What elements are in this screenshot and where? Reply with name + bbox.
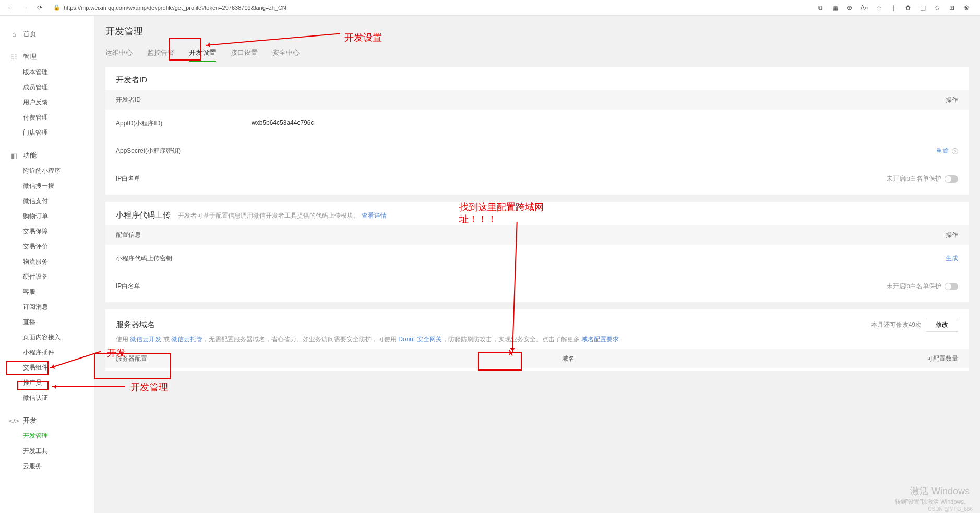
upload-key-label: 小程序代码上传密钥	[116, 254, 252, 263]
sidebar-item-subscribe[interactable]: 订阅消息	[0, 300, 94, 315]
appid-value: wxb5b64c53a44c796c	[252, 119, 864, 128]
sidebar-header-manage[interactable]: ☷ 管理	[0, 49, 94, 65]
row-appsecret: AppSecret(小程序密钥) 重置 ?	[105, 137, 969, 165]
sidebar-item-store[interactable]: 门店管理	[0, 125, 94, 140]
card-title: 开发者ID	[105, 67, 969, 90]
refresh-button[interactable]: ⟳	[34, 3, 45, 13]
cloud-dev-link[interactable]: 微信云开发	[130, 336, 161, 343]
domain-head: 服务器域名 本月还可修改49次 修改	[105, 309, 969, 335]
windows-watermark-sub: 转到"设置"以激活 Windows。	[895, 498, 970, 506]
generate-link[interactable]: 生成	[946, 254, 958, 263]
ipwhite-status: 未开启ip白名单保护	[887, 174, 941, 183]
main-content: 开发管理 运维中心 监控告警 开发设置 接口设置 安全中心 开发者ID 开发者I…	[94, 16, 980, 513]
read-aloud-icon[interactable]: A»	[860, 4, 868, 12]
sidebar-label: 开发	[23, 416, 37, 425]
ipwhite-toggle[interactable]	[945, 283, 958, 290]
col-count-label: 可配置数量	[885, 354, 958, 363]
appsecret-label: AppSecret(小程序密钥)	[116, 147, 252, 156]
card-developer-id: 开发者ID 开发者ID 操作 AppID(小程序ID) wxb5b64c53a4…	[105, 67, 969, 195]
sidebar-item-service[interactable]: 客服	[0, 284, 94, 300]
sidebar-item-page-access[interactable]: 页面内容接入	[0, 330, 94, 345]
col-action-label: 操作	[885, 96, 958, 104]
app-icon[interactable]: ❀	[962, 4, 971, 12]
sidebar-item-trade-component[interactable]: 交易组件	[0, 360, 94, 375]
tab-ops[interactable]: 运维中心	[105, 45, 133, 62]
sidebar-label: 管理	[23, 52, 37, 62]
zoom-icon[interactable]: ⊕	[845, 4, 854, 12]
sidebar-item-wxpay[interactable]: 微信支付	[0, 194, 94, 209]
view-details-link[interactable]: 查看详情	[362, 212, 387, 219]
device-icon[interactable]: ⧉	[816, 4, 824, 12]
sidebar-item-nearby[interactable]: 附近的小程序	[0, 163, 94, 178]
dev-icon: </>	[10, 417, 18, 424]
sidebar-item-plugin[interactable]: 小程序插件	[0, 345, 94, 360]
sidebar-label: 功能	[23, 151, 37, 160]
sidebar-item-verify[interactable]: 微信认证	[0, 390, 94, 405]
sidebar-label: 首页	[23, 29, 37, 39]
row-ip-whitelist: IP白名单 未开启ip白名单保护	[105, 272, 969, 300]
sidebar-item-live[interactable]: 直播	[0, 315, 94, 330]
modify-button[interactable]: 修改	[926, 318, 958, 332]
sidebar-header-feature[interactable]: ◧ 功能	[0, 148, 94, 163]
collections-icon[interactable]: ⊞	[948, 4, 956, 12]
browser-right-icons: ⧉ ▦ ⊕ A» ☆ | ✿ ◫ ✩ ⊞ ❀	[816, 4, 975, 12]
star-icon[interactable]: ☆	[875, 4, 883, 12]
url-text: https://mp.weixin.qq.com/wxamp/devprofil…	[64, 5, 286, 11]
sidebar-item-trade-review[interactable]: 交易评价	[0, 239, 94, 254]
ipwhite-label: IP白名单	[116, 282, 252, 291]
ipwhite-status: 未开启ip白名单保护	[887, 282, 941, 291]
sidebar-item-search[interactable]: 微信搜一搜	[0, 178, 94, 194]
table-head: 服务器配置 域名 可配置数量	[105, 349, 969, 368]
row-appid: AppID(小程序ID) wxb5b64c53a44c796c	[105, 110, 969, 137]
sidebar-item-payment[interactable]: 付费管理	[0, 110, 94, 125]
tab-monitor[interactable]: 监控告警	[147, 45, 174, 62]
card-title-text: 小程序代码上传	[116, 210, 171, 219]
tab-api[interactable]: 接口设置	[231, 45, 258, 62]
sidebar-item-version[interactable]: 版本管理	[0, 65, 94, 80]
browser-toolbar: ← → ⟳ 🔒 https://mp.weixin.qq.com/wxamp/d…	[0, 0, 980, 16]
ipwhite-toggle[interactable]	[945, 175, 958, 183]
tab-security[interactable]: 安全中心	[272, 45, 300, 62]
donut-link[interactable]: Donut 安全网关	[398, 336, 441, 343]
help-icon[interactable]: ?	[952, 148, 958, 154]
sidebar-item-trade-protect[interactable]: 交易保障	[0, 224, 94, 239]
forward-button[interactable]: →	[20, 3, 30, 13]
domain-req-link[interactable]: 域名配置要求	[581, 336, 619, 343]
tabs-bar: 运维中心 监控告警 开发设置 接口设置 安全中心	[105, 45, 969, 62]
sidebar-header-dev[interactable]: </> 开发	[0, 413, 94, 428]
card-subtitle: 开发者可基于配置信息调用微信开发者工具提供的代码上传模块。 查看详情	[178, 212, 386, 219]
col-server-label: 服务器配置	[116, 354, 252, 363]
sidebar-item-members[interactable]: 成员管理	[0, 80, 94, 95]
qr-icon[interactable]: ▦	[831, 4, 839, 12]
home-icon: ⌂	[10, 30, 18, 38]
appid-label: AppID(小程序ID)	[116, 119, 252, 128]
sidebar-item-orders[interactable]: 购物订单	[0, 209, 94, 224]
cloud-host-link[interactable]: 微信云托管	[171, 336, 202, 343]
card-title: 小程序代码上传 开发者可基于配置信息调用微信开发者工具提供的代码上传模块。 查看…	[105, 202, 969, 225]
row-ip-whitelist: IP白名单 未开启ip白名单保护	[105, 165, 969, 193]
reset-link[interactable]: 重置	[936, 147, 949, 156]
divider-icon: |	[889, 4, 898, 12]
modify-quota: 本月还可修改49次	[871, 320, 922, 329]
extension-icon[interactable]: ✿	[904, 4, 912, 12]
sidebar-item-feedback[interactable]: 用户反馈	[0, 95, 94, 110]
sidebar-item-hardware[interactable]: 硬件设备	[0, 269, 94, 284]
col-config-label: 配置信息	[116, 231, 252, 240]
url-bar[interactable]: 🔒 https://mp.weixin.qq.com/wxamp/devprof…	[49, 2, 812, 14]
col-domain-label: 域名	[252, 354, 885, 363]
favorites-icon[interactable]: ✩	[933, 4, 941, 12]
sidebar-item-cloud[interactable]: 云服务	[0, 459, 94, 474]
row-upload-key: 小程序代码上传密钥 生成	[105, 245, 969, 272]
manage-icon: ☷	[10, 53, 18, 61]
sidebar-item-logistics[interactable]: 物流服务	[0, 254, 94, 269]
subtitle-text: 开发者可基于配置信息调用微信开发者工具提供的代码上传模块。	[178, 212, 360, 219]
sidebar-icon[interactable]: ◫	[918, 4, 927, 12]
back-button[interactable]: ←	[5, 3, 16, 13]
lock-icon: 🔒	[53, 4, 61, 11]
sidebar-item-dev-manage[interactable]: 开发管理	[0, 428, 94, 444]
sidebar-item-promoter[interactable]: 推广员	[0, 375, 94, 390]
sidebar-item-home[interactable]: ⌂ 首页	[0, 26, 94, 42]
page-title: 开发管理	[105, 25, 969, 38]
sidebar-item-dev-tools[interactable]: 开发工具	[0, 444, 94, 459]
tab-dev-settings[interactable]: 开发设置	[189, 45, 216, 62]
